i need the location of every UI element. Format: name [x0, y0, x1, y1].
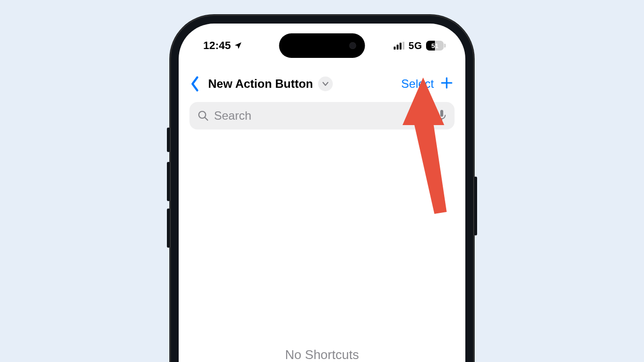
navigation-bar: New Action Button Select — [179, 70, 465, 98]
plus-icon — [440, 76, 454, 90]
phone-volume-down — [167, 208, 170, 248]
phone-side-button — [167, 128, 170, 152]
network-type: 5G — [408, 40, 422, 52]
dictation-icon[interactable] — [437, 109, 447, 122]
search-icon — [197, 110, 209, 122]
location-icon — [234, 41, 242, 50]
phone-screen: 12:45 5G 51 New Acti — [179, 24, 465, 362]
battery-percent: 51 — [426, 42, 444, 50]
svg-rect-4 — [440, 110, 443, 117]
dynamic-island — [279, 33, 365, 58]
search-input[interactable] — [214, 109, 432, 123]
empty-state-label: No Shortcuts — [179, 347, 465, 362]
select-button[interactable]: Select — [401, 77, 434, 91]
battery-icon: 51 — [426, 41, 444, 51]
add-button[interactable] — [439, 76, 455, 92]
phone-frame: 12:45 5G 51 New Acti — [170, 15, 474, 362]
status-time: 12:45 — [203, 39, 231, 52]
phone-power-button — [474, 177, 477, 235]
search-bar[interactable] — [189, 102, 455, 129]
phone-volume-up — [167, 162, 170, 201]
back-button[interactable] — [189, 76, 200, 92]
chevron-down-icon — [322, 81, 329, 86]
cellular-signal-icon — [394, 42, 404, 50]
svg-line-3 — [205, 118, 208, 121]
page-title: New Action Button — [208, 77, 313, 91]
title-dropdown-button[interactable] — [318, 77, 333, 91]
